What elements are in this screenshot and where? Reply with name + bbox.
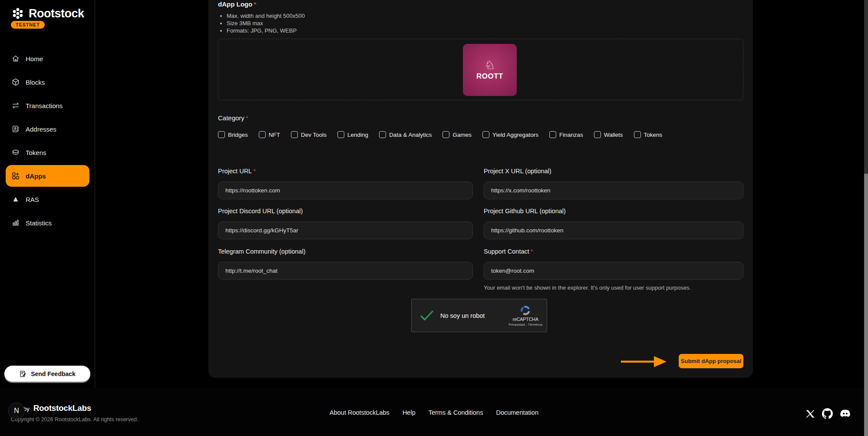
checkbox-box[interactable]: [291, 131, 298, 138]
checkbox-lending[interactable]: Lending: [337, 131, 368, 138]
footer-link-help[interactable]: Help: [403, 409, 416, 416]
feedback-label: Send Feedback: [31, 370, 76, 377]
recaptcha-branding[interactable]: reCAPTCHA Privacidad - Términos: [508, 305, 542, 327]
sidebar-item-home[interactable]: Home: [0, 47, 95, 70]
checkbox-bridges[interactable]: Bridges: [218, 131, 248, 138]
checkbox-box[interactable]: [594, 131, 601, 138]
checkbox-box[interactable]: [259, 131, 266, 138]
sidebar-item-ras[interactable]: RAS: [0, 188, 95, 211]
sidebar-item-transactions[interactable]: Transactions: [0, 94, 95, 117]
project-discord-url-input[interactable]: [218, 221, 473, 239]
support-contact-input[interactable]: [484, 262, 743, 280]
scrollbar-thumb[interactable]: [864, 174, 868, 436]
sidebar-item-label: dApps: [26, 172, 46, 180]
sidebar-item-label: Addresses: [26, 126, 56, 133]
required-asterisk: *: [253, 168, 256, 175]
support-contact-helper: Your email won't be shown in the explore…: [484, 284, 691, 291]
checkbox-nft[interactable]: NFT: [259, 131, 280, 138]
project-discord-url-label: Project Discord URL (optional): [218, 208, 473, 215]
checkbox-box[interactable]: [379, 131, 386, 138]
dapp-logo-label: dApp Logo*: [218, 0, 256, 8]
submit-dapp-proposal-button[interactable]: Submit dApp proposal: [679, 354, 743, 368]
recaptcha-logo-icon: [520, 305, 531, 316]
checkbox-box[interactable]: [218, 131, 225, 138]
project-url-label: Project URL*: [218, 168, 473, 175]
sidebar-item-label: Home: [26, 55, 43, 63]
app-title: Rootstock: [29, 7, 84, 20]
sidebar-item-label: Transactions: [26, 102, 63, 109]
checkbox-yield-aggregators[interactable]: Yield Aggregators: [482, 131, 538, 138]
checkbox-box[interactable]: [482, 131, 489, 138]
sidebar-item-addresses[interactable]: Addresses: [0, 117, 95, 141]
sidebar-nav: Home Blocks Transactions Addresse: [0, 47, 95, 235]
knight-icon: ♘: [485, 59, 495, 71]
required-asterisk: *: [254, 0, 256, 8]
project-x-url-input[interactable]: [484, 182, 743, 199]
checkbox-data-analytics[interactable]: Data & Analytics: [379, 131, 432, 138]
checkbox-wallets[interactable]: Wallets: [594, 131, 623, 138]
feedback-pencil-icon: [19, 370, 27, 378]
bar-chart-icon: [11, 218, 20, 227]
rootstock-logo-icon: [10, 6, 25, 21]
sidebar-item-label: RAS: [26, 196, 39, 203]
contact-card-icon: [11, 125, 20, 133]
project-github-url-input[interactable]: [484, 221, 743, 239]
project-x-url-label: Project X URL (optional): [484, 168, 743, 175]
sidebar-item-label: Blocks: [26, 79, 45, 86]
required-asterisk: *: [531, 248, 533, 255]
footer-link-documentation[interactable]: Documentation: [496, 409, 538, 416]
logo-preview-text: ROOTT: [476, 72, 503, 81]
project-url-input[interactable]: [218, 182, 473, 199]
home-icon: [11, 54, 20, 63]
sidebar-item-dapps[interactable]: dApps: [6, 165, 89, 187]
sidebar-item-statistics[interactable]: Statistics: [0, 211, 95, 235]
checkbox-box[interactable]: [634, 131, 641, 138]
app-logo[interactable]: Rootstock: [10, 6, 84, 21]
category-label: Category*: [218, 114, 248, 122]
sidebar-item-blocks[interactable]: Blocks: [0, 70, 95, 94]
checkbox-finanzas[interactable]: Finanzas: [549, 131, 583, 138]
logo-requirements-list: Max. width and height 500x500 Size 3MB m…: [227, 12, 305, 34]
github-icon[interactable]: [822, 408, 833, 419]
checkbox-tokens[interactable]: Tokens: [634, 131, 663, 138]
cube-icon: [11, 78, 20, 86]
footer-links: About RootstockLabs Help Terms & Conditi…: [330, 409, 538, 416]
checkbox-games[interactable]: Games: [442, 131, 472, 138]
logo-requirement: Size 3MB max: [227, 20, 305, 27]
pointer-arrow-icon: [620, 354, 668, 371]
recaptcha-privacy-terms[interactable]: Privacidad - Términos: [508, 323, 542, 327]
footer: N Built by RootstockLabs Copyright © 202…: [0, 388, 868, 436]
footer-link-about[interactable]: About RootstockLabs: [330, 409, 389, 416]
checkbox-dev-tools[interactable]: Dev Tools: [291, 131, 327, 138]
recaptcha-widget[interactable]: No soy un robot reCAPTCHA Privacidad - T…: [411, 299, 547, 332]
checkbox-box[interactable]: [442, 131, 449, 138]
x-twitter-icon[interactable]: [805, 409, 815, 419]
sidebar-item-tokens[interactable]: Tokens: [0, 141, 95, 164]
scrollbar-track[interactable]: [864, 0, 868, 436]
dapp-proposal-form: dApp Logo* Max. width and height 500x500…: [208, 0, 753, 378]
logo-preview-tile: ♘ ROOTT: [463, 44, 517, 96]
logo-requirement: Max. width and height 500x500: [227, 12, 305, 20]
logo-upload-dropzone[interactable]: ♘ ROOTT: [218, 39, 743, 100]
footer-brand[interactable]: RootstockLabs: [33, 403, 91, 413]
avatar-badge[interactable]: N: [8, 403, 25, 419]
recaptcha-checkmark-icon: [420, 310, 434, 321]
swap-arrows-icon: [11, 101, 20, 110]
social-links: [805, 408, 851, 419]
copyright-text: Copyright © 2026 RootstockLabs. All righ…: [11, 416, 138, 423]
send-feedback-button[interactable]: Send Feedback: [4, 366, 90, 382]
logo-requirement: Formats: JPG, PNG, WEBP: [227, 27, 305, 34]
category-checkbox-row: Bridges NFT Dev Tools Lending Data & Ana…: [218, 131, 662, 138]
testnet-badge: TESTNET: [11, 21, 45, 29]
telegram-community-input[interactable]: [218, 262, 473, 280]
discord-icon[interactable]: [839, 409, 851, 419]
checkbox-box[interactable]: [549, 131, 556, 138]
sidebar: Rootstock TESTNET Home Blocks Transactio: [0, 0, 95, 388]
checkbox-box[interactable]: [337, 131, 344, 138]
project-github-url-label: Project Github URL (optional): [484, 208, 743, 215]
recaptcha-brand-text: reCAPTCHA: [512, 317, 538, 322]
footer-link-terms[interactable]: Terms & Conditions: [429, 409, 483, 416]
telegram-community-label: Telegram Community (optional): [218, 248, 473, 255]
required-asterisk: *: [246, 114, 248, 122]
recaptcha-label: No soy un robot: [440, 312, 485, 319]
